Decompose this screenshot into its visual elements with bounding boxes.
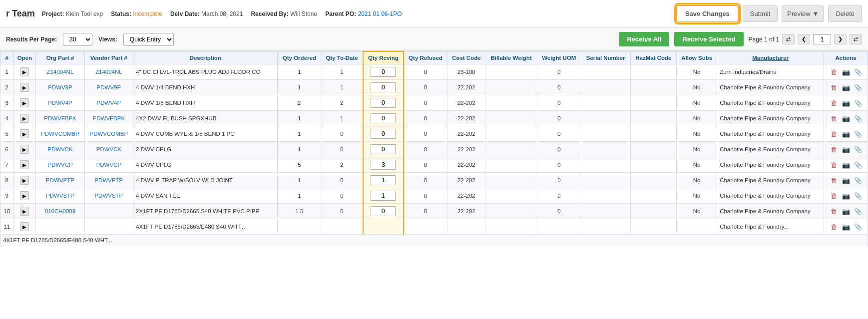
camera-icon[interactable]: 📷 [841, 175, 851, 185]
expand-button[interactable]: ▶ [20, 145, 29, 154]
expand-button[interactable]: ▶ [20, 98, 29, 107]
delete-button[interactable]: Delete [828, 5, 862, 22]
cell-qty-rcving [363, 95, 404, 111]
qty-rcving-input[interactable] [371, 82, 396, 92]
delete-icon[interactable]: 🗑 [829, 160, 839, 170]
attach-icon[interactable]: 📎 [853, 191, 863, 201]
attach-icon[interactable]: 📎 [853, 67, 863, 77]
cell-manufacturer: Charlotte Pipe & Foundry Company [717, 95, 824, 111]
receive-all-button[interactable]: Receive All [619, 32, 669, 46]
results-per-page-select[interactable]: 30 50 100 [63, 33, 92, 46]
cell-qty-rcving [363, 142, 404, 157]
camera-icon[interactable]: 📷 [841, 160, 851, 170]
delete-icon[interactable]: 🗑 [829, 191, 839, 201]
cell-qty-ordered: 1.5 [278, 204, 321, 219]
expand-button[interactable]: ▶ [20, 67, 29, 76]
cell-qty-to-date [321, 219, 363, 235]
camera-icon[interactable]: 📷 [841, 82, 851, 92]
camera-icon[interactable]: 📷 [841, 129, 851, 139]
qty-rcving-input[interactable] [371, 67, 396, 77]
expand-button[interactable]: ▶ [20, 176, 29, 185]
attach-icon[interactable]: 📎 [853, 113, 863, 123]
qty-rcving-input[interactable] [371, 113, 396, 123]
qty-rcving-input[interactable] [371, 98, 396, 108]
delete-icon[interactable]: 🗑 [829, 98, 839, 108]
attach-icon[interactable]: 📎 [853, 175, 863, 185]
expand-button[interactable]: ▶ [20, 114, 29, 123]
delete-icon[interactable]: 🗑 [829, 144, 839, 154]
cell-actions: 🗑📷📎 [824, 64, 868, 80]
col-header-billable-weight: Billable Weight [485, 51, 537, 64]
expand-button[interactable]: ▶ [20, 129, 29, 138]
page-next-button[interactable]: ❯ [834, 34, 847, 44]
cell-hazmat-code [630, 64, 676, 80]
cell-billable-weight [485, 173, 537, 188]
camera-icon[interactable]: 📷 [841, 98, 851, 108]
expand-button[interactable]: ▶ [20, 222, 29, 231]
expand-button[interactable]: ▶ [20, 160, 29, 169]
cell-cost-code: 22-202 [447, 204, 485, 219]
cell-qty-refused: 0 [404, 173, 447, 188]
col-header-description: Description [133, 51, 278, 64]
attach-icon[interactable]: 📎 [853, 144, 863, 154]
page-last-button[interactable]: ⇄ [850, 34, 862, 44]
table-row: 3▶PDWV4PPDWV4P4 DWV 1/8 BEND HXH22022-20… [0, 95, 868, 111]
receive-selected-button[interactable]: Receive Selected [674, 32, 743, 46]
preview-button[interactable]: Preview ▼ [782, 5, 824, 22]
delete-icon[interactable]: 🗑 [829, 129, 839, 139]
expand-button[interactable]: ▶ [20, 207, 29, 216]
page-prev-button[interactable]: ❮ [798, 34, 810, 44]
attach-icon[interactable]: 📎 [853, 82, 863, 92]
col-header-open: Open [13, 51, 36, 64]
parent-po-value[interactable]: 2021 01 06-1PO [358, 10, 402, 17]
cell-hazmat-code [630, 204, 676, 219]
col-header-qty-ordered: Qty Ordered [278, 51, 321, 64]
cell-manufacturer: Charlotte Pipe & Foundry... [717, 219, 824, 235]
attach-icon[interactable]: 📎 [853, 206, 863, 216]
attach-icon[interactable]: 📎 [853, 160, 863, 170]
cell-cost-code [447, 219, 485, 235]
cell-weight-uom: 0 [537, 80, 581, 95]
cell-description: 4 DWV 1/4 BEND HXH [133, 80, 278, 95]
save-changes-button[interactable]: Save Changes [676, 5, 739, 22]
cell-allow-subs: No [677, 64, 717, 80]
expand-button[interactable]: ▶ [20, 83, 29, 92]
camera-icon[interactable]: 📷 [841, 206, 851, 216]
delete-icon[interactable]: 🗑 [829, 222, 839, 232]
camera-icon[interactable]: 📷 [841, 144, 851, 154]
attach-icon[interactable]: 📎 [853, 129, 863, 139]
delete-icon[interactable]: 🗑 [829, 206, 839, 216]
cell-org-part: Z14004NL [36, 64, 84, 80]
col-header-weight-uom: Weight UOM [537, 51, 581, 64]
qty-rcving-input[interactable] [371, 191, 396, 201]
views-label: Views: [98, 36, 117, 43]
cell-qty-ordered: 1 [278, 111, 321, 126]
qty-rcving-input[interactable] [371, 144, 396, 154]
delete-icon[interactable]: 🗑 [829, 82, 839, 92]
delete-icon[interactable]: 🗑 [829, 113, 839, 123]
expand-button[interactable]: ▶ [20, 191, 29, 200]
camera-icon[interactable]: 📷 [841, 67, 851, 77]
header-bar: r Team Project: Klein Tool exp Status: I… [0, 0, 868, 28]
cell-cost-code: 22-202 [447, 173, 485, 188]
col-header-manufacturer[interactable]: Manufacturer [717, 51, 824, 64]
delete-icon[interactable]: 🗑 [829, 175, 839, 185]
views-select[interactable]: Quick Entry Full View [123, 33, 174, 46]
qty-rcving-input[interactable] [371, 175, 396, 185]
qty-rcving-input[interactable] [371, 129, 396, 139]
cell-open: ▶ [13, 188, 36, 204]
cell-org-part: PDWV9P [36, 80, 84, 95]
camera-icon[interactable]: 📷 [841, 222, 851, 232]
qty-rcving-input[interactable] [371, 206, 396, 216]
attach-icon[interactable]: 📎 [853, 222, 863, 232]
page-first-button[interactable]: ⇄ [782, 34, 795, 44]
cell-num: 6 [0, 142, 13, 157]
cell-open: ▶ [13, 95, 36, 111]
camera-icon[interactable]: 📷 [841, 191, 851, 201]
submit-button[interactable]: Submit [743, 5, 778, 22]
qty-rcving-input[interactable] [371, 160, 396, 170]
attach-icon[interactable]: 📎 [853, 98, 863, 108]
delete-icon[interactable]: 🗑 [829, 67, 839, 77]
page-number-input[interactable] [813, 34, 831, 44]
camera-icon[interactable]: 📷 [841, 113, 851, 123]
